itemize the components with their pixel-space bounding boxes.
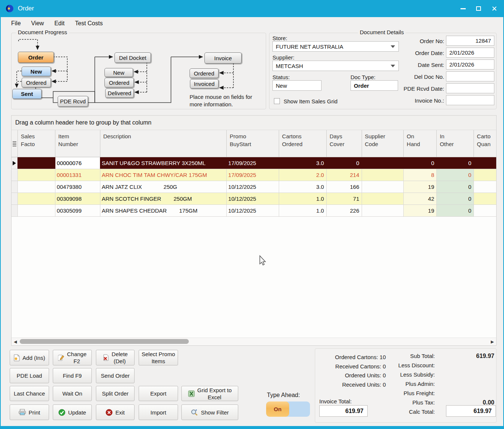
cell-in-other[interactable]: 0 xyxy=(437,169,474,181)
column-header-days-cover[interactable]: Days Cover xyxy=(327,130,362,157)
cell-carton-quantity[interactable] xyxy=(474,181,496,193)
table-row[interactable]: 00305099 ARN SHAPES CHEDDAR 175GM 10/12/… xyxy=(12,205,496,217)
cell-sales-factor[interactable] xyxy=(18,157,55,169)
cell-in-other[interactable]: 0 xyxy=(437,193,474,204)
cell-promo-buystart[interactable]: 17/09/2025 xyxy=(227,169,279,181)
cell-promo-buystart[interactable]: 10/12/2025 xyxy=(227,193,279,204)
column-header-supplier-code[interactable]: Supplier Code xyxy=(362,130,404,157)
date-sent-field[interactable]: 2/01/2026 xyxy=(446,59,494,70)
print-button[interactable]: Print xyxy=(10,404,49,420)
scrollbar-thumb[interactable] xyxy=(20,339,189,344)
cell-description[interactable]: ARN JATZ CLIX 250G xyxy=(100,181,227,193)
table-row[interactable]: 00001331 ARN CHOC TIM TAM CHWY/CAR 175GM… xyxy=(12,169,496,181)
type-ahead-toggle[interactable]: On xyxy=(266,401,310,417)
store-dropdown[interactable]: FUTURE NET AUSTRALIA xyxy=(272,41,399,52)
cell-description[interactable]: ARN CHOC TIM TAM CHWY/CAR 175GM xyxy=(100,169,227,181)
cell-supplier-code[interactable] xyxy=(362,205,404,216)
cell-cartons-ordered[interactable]: 3.0 xyxy=(279,157,327,169)
cell-sales-factor[interactable] xyxy=(18,205,55,216)
cell-item-number[interactable]: 00309098 xyxy=(55,193,100,204)
menu-file[interactable]: File xyxy=(1,20,26,27)
menu-view[interactable]: View xyxy=(26,20,49,27)
cell-sales-factor[interactable] xyxy=(18,181,55,193)
update-button[interactable]: Update xyxy=(53,404,92,420)
cell-carton-quantity[interactable] xyxy=(474,205,496,216)
add-button[interactable]: Add (Ins) xyxy=(10,350,49,365)
cell-on-hand[interactable]: 19 xyxy=(404,205,437,216)
column-header-on-hand[interactable]: On Hand xyxy=(404,130,437,157)
cell-item-number[interactable]: 00001331 xyxy=(55,169,100,181)
cell-in-other[interactable]: 0 xyxy=(437,157,474,169)
cell-days-cover[interactable]: 166 xyxy=(327,181,362,193)
menu-edit[interactable]: Edit xyxy=(49,20,70,27)
cell-sales-factor[interactable] xyxy=(18,193,55,204)
find-button[interactable]: Find F9 xyxy=(53,368,92,383)
supplier-dropdown[interactable]: METCASH xyxy=(272,61,399,71)
export-button[interactable]: Export xyxy=(139,386,178,401)
del-doc-no-field[interactable] xyxy=(446,71,494,81)
cell-promo-buystart[interactable]: 17/09/2025 xyxy=(227,157,279,169)
order-no-field[interactable]: 12847 xyxy=(446,36,494,46)
cell-days-cover[interactable]: 71 xyxy=(327,193,362,204)
column-header-item-number[interactable]: Item Number xyxy=(55,130,100,157)
table-row[interactable]: 00000076 SANIT UP&GO STRAWBERRY 3X250ML … xyxy=(12,157,496,169)
pde-load-button[interactable]: PDE Load xyxy=(10,368,49,383)
cell-description[interactable]: ARN SCOTCH FINGER 250GM xyxy=(100,193,227,204)
cell-cartons-ordered[interactable]: 2.0 xyxy=(279,169,327,181)
horizontal-scrollbar[interactable]: ◀ ▶ xyxy=(12,338,496,345)
table-row[interactable]: 00479380 ARN JATZ CLIX 250G 10/12/2025 3… xyxy=(12,181,496,193)
cell-carton-quantity[interactable] xyxy=(474,193,496,204)
cell-in-other[interactable]: 0 xyxy=(437,205,474,216)
cell-in-other[interactable]: 0 xyxy=(437,181,474,193)
scroll-left-icon[interactable]: ◀ xyxy=(14,339,17,344)
minimize-button[interactable] xyxy=(461,8,466,9)
change-button[interactable]: Change F2 xyxy=(53,350,92,365)
cell-description[interactable]: ARN SHAPES CHEDDAR 175GM xyxy=(100,205,227,216)
order-date-field[interactable]: 2/01/2026 xyxy=(446,48,494,58)
column-header-cartons-ordered[interactable]: Cartons Ordered xyxy=(279,130,327,157)
cell-days-cover[interactable]: 226 xyxy=(327,205,362,216)
column-header-carton-quantity[interactable]: Carto Quan xyxy=(474,130,496,157)
cell-cartons-ordered[interactable]: 1.0 xyxy=(279,193,327,204)
column-header-sales-factor[interactable]: Sales Facto xyxy=(18,130,55,157)
send-order-button[interactable]: Send Order xyxy=(96,368,135,383)
pde-rcvd-date-field[interactable] xyxy=(446,83,494,93)
cell-on-hand[interactable]: 0 xyxy=(404,157,437,169)
cell-on-hand[interactable]: 8 xyxy=(404,169,437,181)
cell-item-number[interactable]: 00000076 xyxy=(55,157,100,169)
show-filter-button[interactable]: Show Filter xyxy=(181,404,238,420)
column-header-promo-buystart[interactable]: Promo BuyStart xyxy=(227,130,279,157)
cell-sales-factor[interactable] xyxy=(18,169,55,181)
cell-item-number[interactable]: 00479380 xyxy=(55,181,100,193)
column-header-description[interactable]: Description xyxy=(100,130,227,157)
split-order-button[interactable]: Split Order xyxy=(96,386,135,401)
scroll-right-icon[interactable]: ▶ xyxy=(491,339,494,344)
cell-carton-quantity[interactable] xyxy=(474,169,496,181)
cell-promo-buystart[interactable]: 10/12/2025 xyxy=(227,205,279,216)
delete-button[interactable]: Delete (Del) xyxy=(96,350,135,365)
cell-carton-quantity[interactable] xyxy=(474,157,496,169)
cell-supplier-code[interactable] xyxy=(362,157,404,169)
import-button[interactable]: Import xyxy=(139,404,178,420)
cell-on-hand[interactable]: 42 xyxy=(404,193,437,204)
group-by-bar[interactable]: Drag a column header here to group by th… xyxy=(12,116,496,130)
cell-days-cover[interactable]: 214 xyxy=(327,169,362,181)
exit-button[interactable]: Exit xyxy=(96,404,135,420)
select-promo-items-button[interactable]: Select Promo Items xyxy=(139,350,178,365)
cell-supplier-code[interactable] xyxy=(362,169,404,181)
invoice-no-field[interactable] xyxy=(446,95,494,105)
cell-days-cover[interactable]: 0 xyxy=(327,157,362,169)
menu-test-costs[interactable]: Test Costs xyxy=(70,20,108,27)
table-row[interactable]: 00309098 ARN SCOTCH FINGER 250GM 10/12/2… xyxy=(12,193,496,205)
cell-cartons-ordered[interactable]: 1.0 xyxy=(279,205,327,216)
cell-cartons-ordered[interactable]: 3.0 xyxy=(279,181,327,193)
close-button[interactable]: ✕ xyxy=(491,5,497,12)
cell-supplier-code[interactable] xyxy=(362,193,404,204)
maximize-button[interactable] xyxy=(476,6,481,11)
cell-description[interactable]: SANIT UP&GO STRAWBERRY 3X250ML xyxy=(100,157,227,169)
last-chance-button[interactable]: Last Chance xyxy=(10,386,49,401)
grid-export-excel-button[interactable]: Grid Export to Excel xyxy=(181,386,238,401)
cell-item-number[interactable]: 00305099 xyxy=(55,205,100,216)
cell-promo-buystart[interactable]: 10/12/2025 xyxy=(227,181,279,193)
show-item-sales-grid-checkbox[interactable] xyxy=(274,98,280,104)
